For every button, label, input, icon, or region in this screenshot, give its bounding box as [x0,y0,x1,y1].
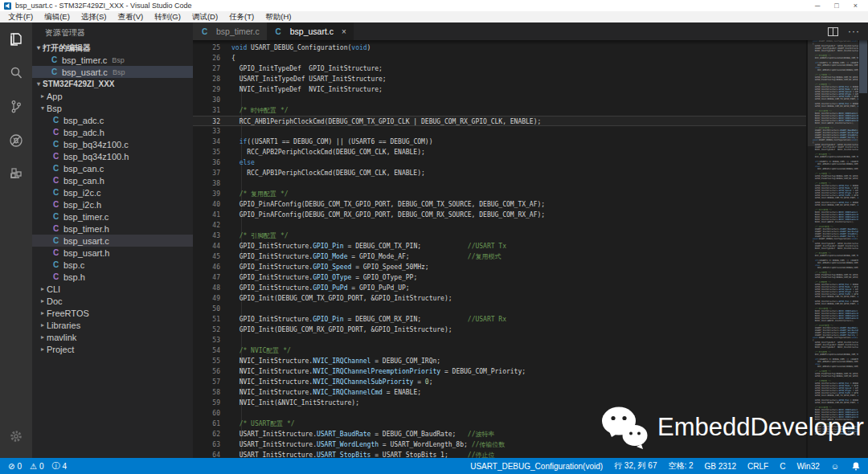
status-error-count[interactable]: ⊘0 [8,462,22,471]
close-icon[interactable]: × [342,27,346,36]
code-line[interactable]: 64 USART_InitStructure.USART_StopBits = … [193,450,806,458]
code-line[interactable]: 26{ [193,53,806,63]
status-item[interactable]: 空格: 2 [668,460,693,472]
tree-item[interactable]: ▸App [32,90,193,102]
tree-item[interactable]: Cbsp_bq34z100.c [32,138,193,150]
vertical-scrollbar[interactable] [858,40,868,458]
code-line[interactable]: 46 GPIO_InitStructure.GPIO_Speed = GPIO_… [193,262,806,272]
code-line[interactable]: 57 NVIC_InitStructure.NVIC_IRQChannelSub… [193,377,806,387]
tree-item[interactable]: ▸mavlink [32,331,193,343]
bell-icon[interactable] [852,462,860,471]
tree-item[interactable]: Cbsp.h [32,271,193,283]
tree-item[interactable]: ▸CLI [32,283,193,295]
status-item[interactable]: 行 32, 列 67 [614,460,657,472]
menu-item[interactable]: 选择(S) [76,11,113,22]
code-line[interactable]: 30 [193,95,806,105]
menu-item[interactable]: 查看(V) [112,11,149,22]
tree-item[interactable]: ▾Bsp [32,102,193,114]
minimap[interactable]: void USART_DEBUG_Configuration(void){ GP… [806,40,858,458]
tree-item[interactable]: ▸Libraries [32,319,193,331]
code-line[interactable]: 27 GPIO_InitTypeDef GPIO_InitStructure; [193,63,806,74]
code-line[interactable]: 39 /* 复用配置 */ [193,189,806,199]
line-number: 47 [193,272,227,283]
close-button[interactable]: × [854,0,858,11]
code-line[interactable]: 41 GPIO_PinAFConfig(DEBUG_COM_RX_GPIO_PO… [193,210,806,220]
code-line[interactable]: 29 NVIC_InitTypeDef NVIC_InitStructure; [193,84,806,95]
code-line[interactable]: 36 else [193,157,806,168]
source-control-icon[interactable] [0,90,32,124]
menu-item[interactable]: 转到(G) [149,11,186,22]
c-file-icon: C [51,260,60,269]
tree-item[interactable]: Cbsp_i2c.c [32,186,193,198]
workspace-root-header[interactable]: ▾ STM32F429ZI_XXX [32,78,193,90]
tab-bsp_usart.c[interactable]: Cbsp_usart.c× [267,22,354,40]
status-item[interactable]: Win32 [796,462,819,471]
code-editor[interactable]: 25void USART_DEBUG_Configuration(void)26… [193,40,868,458]
smiley-icon[interactable]: ☺ [831,462,839,471]
tree-item[interactable]: Cbsp_timer.h [32,223,193,235]
code-line[interactable]: 37 RCC_APB1PeriphClockCmd(DEBUG_COM_CLK,… [193,168,806,178]
tree-item[interactable]: Cbsp_i2c.h [32,198,193,210]
code-line[interactable]: 31 /* 时钟配置 */ [193,105,806,116]
code-line[interactable]: 51 GPIO_InitStructure.GPIO_Pin = DEBUG_C… [193,314,806,325]
code-line[interactable]: 35 RCC_APB2PeriphClockCmd(DEBUG_COM_CLK,… [193,147,806,157]
tree-item[interactable]: Cbsp_can.c [32,162,193,174]
search-icon[interactable] [0,56,32,90]
code-line[interactable]: 48 GPIO_InitStructure.GPIO_PuPd = GPIO_P… [193,283,806,293]
status-info-count[interactable]: ⓘ4 [51,460,67,472]
menu-item[interactable]: 任务(T) [223,11,260,22]
extensions-icon[interactable] [0,157,32,191]
files-icon[interactable] [0,22,32,56]
code-line[interactable]: 50 [193,304,806,314]
code-line[interactable]: 34 if((USART1 == DEBUG_COM) || (USART6 =… [193,137,806,147]
tree-item[interactable]: Cbsp_can.h [32,174,193,186]
restore-button[interactable]: □ [834,0,838,11]
menu-item[interactable]: 调试(D) [186,11,223,22]
tree-item[interactable]: ▸Doc [32,295,193,307]
open-editor-item[interactable]: Cbsp_timer.cBsp [32,54,193,66]
tree-item[interactable]: Cbsp_timer.c [32,210,193,223]
status-item[interactable]: USART_DEBUG_Configuration(void) [470,462,603,471]
open-editor-item[interactable]: Cbsp_usart.cBsp [32,66,193,78]
code-line[interactable]: 45 GPIO_InitStructure.GPIO_Mode = GPIO_M… [193,251,806,262]
tree-item[interactable]: Cbsp.c [32,259,193,271]
code-line[interactable]: 42 [193,220,806,231]
code-line[interactable]: 43 /* 引脚配置 */ [193,231,806,241]
tree-item[interactable]: Cbsp_bq34z100.h [32,150,193,162]
code-line[interactable]: 54 /* NVIC配置 */ [193,345,806,356]
tree-item[interactable]: Cbsp_adc.c [32,114,193,126]
code-line[interactable]: 55 NVIC_InitStructure.NVIC_IRQChannel = … [193,356,806,366]
tree-item[interactable]: Cbsp_usart.h [32,247,193,259]
status-item[interactable]: CRLF [747,462,768,471]
open-editors-header[interactable]: ▾ 打开的编辑器 [32,42,193,54]
code-line[interactable]: 33 [193,126,806,137]
menu-item[interactable]: 帮助(H) [260,11,297,22]
minimize-button[interactable]: ─ [815,0,820,11]
code-line[interactable]: 44 GPIO_InitStructure.GPIO_Pin = DEBUG_C… [193,241,806,251]
tree-item[interactable]: ▸FreeRTOS [32,307,193,319]
settings-gear-icon[interactable] [0,419,32,453]
debug-icon[interactable] [0,124,32,157]
menu-item[interactable]: 编辑(E) [39,11,76,22]
status-warning-count[interactable]: ⚠0 [30,462,44,471]
code-line[interactable]: 47 GPIO_InitStructure.GPIO_OType = GPIO_… [193,272,806,283]
code-line[interactable]: 32 RCC_AHB1PeriphClockCmd(DEBUG_COM_TX_G… [193,116,806,126]
code-line[interactable]: 38 [193,178,806,189]
code-line[interactable]: 52 GPIO_Init(DEBUG_COM_RX_GPIO_PORT, &GP… [193,325,806,335]
split-editor-icon[interactable] [828,27,838,36]
menu-item[interactable]: 文件(F) [2,11,39,22]
status-item[interactable]: C [780,462,785,471]
status-item[interactable]: GB 2312 [705,462,736,471]
code-line[interactable]: 53 [193,335,806,345]
tree-item[interactable]: Cbsp_adc.h [32,126,193,138]
tree-item[interactable]: ▸Project [32,343,193,355]
tree-item[interactable]: Cbsp_usart.c [32,235,193,247]
code-line[interactable]: 56 NVIC_InitStructure.NVIC_IRQChannelPre… [193,366,806,377]
code-line[interactable]: 40 GPIO_PinAFConfig(DEBUG_COM_TX_GPIO_PO… [193,199,806,210]
code-line[interactable]: 28 USART_InitTypeDef USART_InitStructure… [193,74,806,84]
scrollbar-thumb[interactable] [859,40,867,93]
tab-bsp_timer.c[interactable]: Cbsp_timer.c [193,22,267,40]
more-actions-icon[interactable]: ··· [848,26,860,37]
code-line[interactable]: 58 NVIC_InitStructure.NVIC_IRQChannelCmd… [193,387,806,398]
code-line[interactable]: 49 GPIO_Init(DEBUG_COM_TX_GPIO_PORT, &GP… [193,293,806,304]
